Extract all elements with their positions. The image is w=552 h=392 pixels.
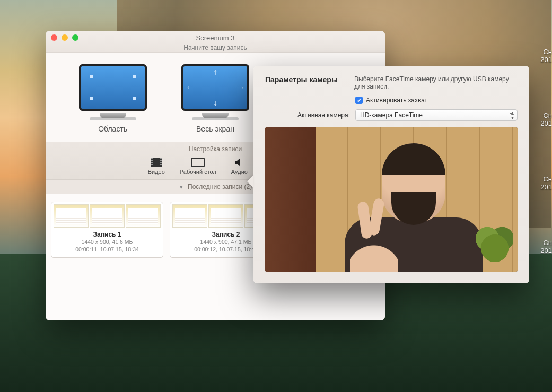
active-camera-dropdown[interactable]: HD-камера FaceTime ▴▾ xyxy=(355,109,518,121)
popover-description: Выберите FaceTime камеру или другую USB … xyxy=(354,75,518,90)
window-controls xyxy=(51,34,78,41)
mode-area[interactable]: Область xyxy=(68,64,158,133)
chevron-updown-icon: ▴▾ xyxy=(511,110,514,120)
checkbox-checked-icon[interactable]: ✓ xyxy=(355,97,363,104)
svg-rect-4 xyxy=(151,160,152,161)
svg-rect-10 xyxy=(160,164,161,165)
camera-settings-popover: Параметры камеры Выберите FaceTime камер… xyxy=(253,66,529,283)
tab-audio[interactable]: Аудио xyxy=(231,156,248,175)
svg-rect-11 xyxy=(191,158,204,167)
svg-rect-7 xyxy=(160,158,161,159)
tab-audio-label: Аудио xyxy=(231,169,248,175)
speaker-icon xyxy=(231,156,248,169)
activate-capture-label: Активировать захват xyxy=(366,97,427,104)
svg-rect-9 xyxy=(160,162,161,163)
mode-fullscreen-label: Весь экран xyxy=(170,125,260,133)
recent-header-label: Последние записи (2) xyxy=(188,183,252,190)
desktop-right-labels: Сн201 Сн201 Сн201 Сн201 xyxy=(540,0,552,255)
recording-name: Запись 1 xyxy=(54,231,161,238)
monitor-icon xyxy=(79,64,147,111)
recording-thumbnails xyxy=(54,204,161,228)
tab-desktop[interactable]: Рабочий стол xyxy=(180,156,216,175)
camera-preview xyxy=(265,127,518,272)
maximize-button[interactable] xyxy=(72,34,78,41)
recording-card[interactable]: Запись 1 1440 x 900, 41,6 МБ 00:00:11, 1… xyxy=(51,202,163,258)
popover-title: Параметры камеры xyxy=(265,75,345,84)
minimize-button[interactable] xyxy=(62,34,68,41)
svg-rect-8 xyxy=(160,160,161,161)
active-camera-label: Активная камера: xyxy=(265,111,350,119)
desktop-wallpaper: Сн201 Сн201 Сн201 Сн201 Screenium 3 Начн… xyxy=(0,0,552,392)
monitor-icon: ←→↑↓ xyxy=(181,64,249,111)
mode-fullscreen[interactable]: ←→↑↓ Весь экран xyxy=(170,64,260,133)
window-subtitle: Начните вашу запись xyxy=(46,44,385,53)
tab-desktop-label: Рабочий стол xyxy=(180,169,216,175)
window-title: Screenium 3 xyxy=(46,31,385,44)
recording-meta: 1440 x 900, 41,6 МБ xyxy=(54,238,161,246)
recording-meta: 00:00:11, 10.07.15, 18:34 xyxy=(54,246,161,253)
desktop-icon xyxy=(180,156,216,169)
person-icon xyxy=(345,143,483,271)
activate-capture-checkbox-row[interactable]: ✓ Активировать захват xyxy=(355,97,518,104)
mode-area-label: Область xyxy=(68,125,158,133)
titlebar[interactable]: Screenium 3 Начните вашу запись xyxy=(46,31,385,53)
svg-rect-2 xyxy=(153,158,160,167)
active-camera-value: HD-камера FaceTime xyxy=(360,111,423,119)
tab-video-label: Видео xyxy=(148,169,165,175)
film-icon xyxy=(148,156,165,169)
svg-rect-3 xyxy=(151,158,152,159)
svg-rect-6 xyxy=(151,164,152,165)
disclosure-triangle-icon: ▼ xyxy=(179,184,184,190)
svg-rect-5 xyxy=(151,162,152,163)
tab-video[interactable]: Видео xyxy=(148,156,165,175)
close-button[interactable] xyxy=(51,34,57,41)
